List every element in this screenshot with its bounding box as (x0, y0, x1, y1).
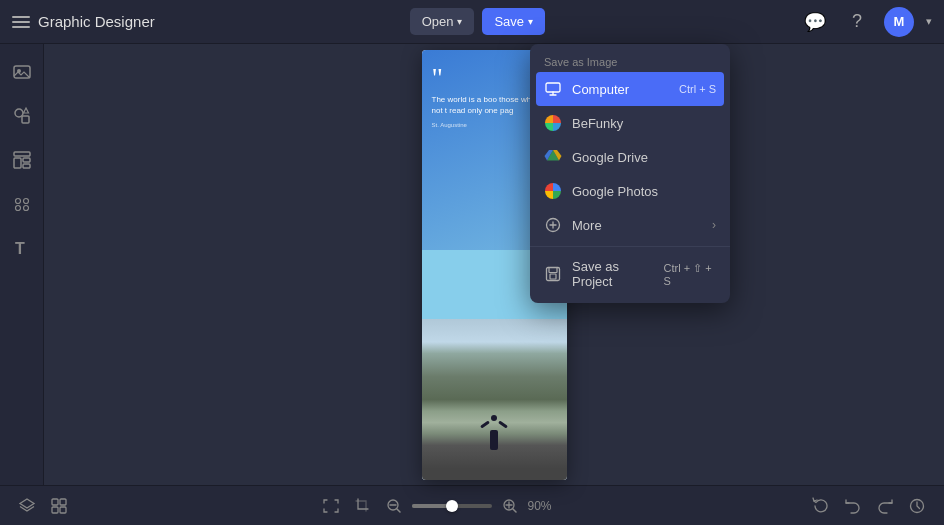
save-googlephotos-label: Google Photos (572, 184, 658, 199)
svg-line-26 (397, 509, 400, 512)
avatar-chevron-icon[interactable]: ▾ (926, 15, 932, 28)
dropdown-header: Save as Image (530, 50, 730, 72)
chevron-down-icon: ▾ (528, 16, 533, 27)
save-computer-item[interactable]: Computer Ctrl + S (536, 72, 724, 106)
more-icon (544, 216, 562, 234)
svg-rect-18 (549, 268, 557, 273)
sidebar-item-photos[interactable] (4, 54, 40, 90)
more-arrow-icon: › (712, 218, 716, 232)
sidebar-item-elements[interactable] (4, 98, 40, 134)
svg-point-8 (15, 199, 20, 204)
redo-button[interactable] (872, 493, 898, 519)
crop-button[interactable] (350, 493, 376, 519)
save-computer-label: Computer (572, 82, 629, 97)
svg-rect-19 (550, 274, 556, 279)
save-more-item[interactable]: More › (530, 208, 730, 242)
undo-button[interactable] (840, 493, 866, 519)
reset-button[interactable] (808, 493, 834, 519)
save-more-label: More (572, 218, 602, 233)
sidebar-item-templates[interactable] (4, 142, 40, 178)
app-title: Graphic Designer (38, 13, 155, 30)
layers-tool-button[interactable] (14, 493, 40, 519)
svg-rect-5 (14, 158, 21, 168)
googlephotos-icon (544, 182, 562, 200)
svg-rect-6 (23, 158, 30, 162)
history-button[interactable] (904, 493, 930, 519)
svg-point-9 (23, 199, 28, 204)
dropdown-divider (530, 246, 730, 247)
person-silhouette (484, 415, 504, 450)
svg-rect-22 (52, 507, 58, 513)
header: Graphic Designer Open ▾ Save ▾ 💬 ? M ▾ (0, 0, 944, 44)
zoom-in-button[interactable] (498, 494, 522, 518)
svg-rect-3 (22, 116, 29, 123)
save-befunky-item[interactable]: BeFunky (530, 106, 730, 140)
main-layout: T " The world is a boo those who do not … (0, 44, 944, 485)
svg-rect-23 (60, 507, 66, 513)
save-project-icon (544, 265, 562, 283)
grid-tool-button[interactable] (46, 493, 72, 519)
save-computer-shortcut: Ctrl + S (679, 83, 716, 95)
fit-screen-button[interactable] (318, 493, 344, 519)
menu-icon[interactable] (12, 16, 30, 28)
toolbar-right (808, 493, 930, 519)
save-project-shortcut: Ctrl + ⇧ + S (664, 262, 716, 287)
sidebar-item-text[interactable]: T (4, 230, 40, 266)
svg-text:T: T (15, 240, 25, 257)
open-button[interactable]: Open ▾ (410, 8, 475, 35)
sidebar-item-layers[interactable] (4, 186, 40, 222)
help-icon[interactable]: ? (842, 7, 872, 37)
save-googlephotos-item[interactable]: Google Photos (530, 174, 730, 208)
googledrive-icon (544, 148, 562, 166)
save-project-item[interactable]: Save as Project Ctrl + ⇧ + S (530, 251, 730, 297)
bottom-toolbar: 90% (0, 485, 944, 525)
save-button[interactable]: Save ▾ (482, 8, 545, 35)
header-right: 💬 ? M ▾ (800, 7, 932, 37)
save-project-label: Save as Project (572, 259, 654, 289)
svg-rect-7 (23, 164, 30, 168)
toolbar-left (14, 493, 72, 519)
svg-rect-20 (52, 499, 58, 505)
svg-line-30 (513, 509, 516, 512)
svg-point-10 (15, 206, 20, 211)
svg-rect-21 (60, 499, 66, 505)
zoom-percent: 90% (528, 499, 563, 513)
svg-rect-13 (546, 83, 560, 92)
save-befunky-label: BeFunky (572, 116, 623, 131)
svg-point-11 (23, 206, 28, 211)
zoom-out-button[interactable] (382, 494, 406, 518)
chat-icon[interactable]: 💬 (800, 7, 830, 37)
zoom-slider[interactable] (412, 504, 492, 508)
computer-icon (544, 80, 562, 98)
header-center: Open ▾ Save ▾ (410, 8, 545, 35)
save-dropdown: Save as Image Computer Ctrl + S BeFunky … (530, 44, 730, 303)
toolbar-center: 90% (318, 493, 563, 519)
save-googledrive-item[interactable]: Google Drive (530, 140, 730, 174)
canvas-area: " The world is a boo those who do not t … (44, 44, 944, 485)
svg-rect-4 (14, 152, 30, 156)
save-googledrive-label: Google Drive (572, 150, 648, 165)
avatar[interactable]: M (884, 7, 914, 37)
befunky-icon (544, 114, 562, 132)
chevron-down-icon: ▾ (457, 16, 462, 27)
header-left: Graphic Designer (12, 13, 155, 30)
sidebar: T (0, 44, 44, 485)
